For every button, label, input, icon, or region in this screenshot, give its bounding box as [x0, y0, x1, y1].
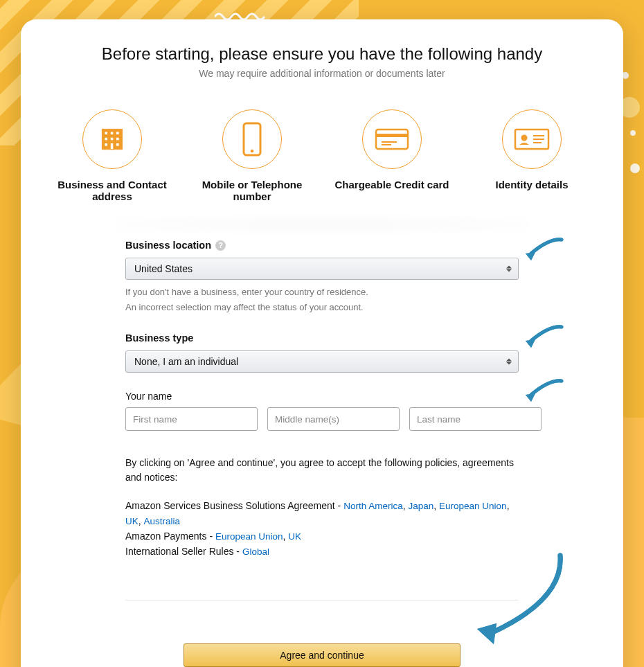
agree-continue-button[interactable]: Agree and continue [184, 643, 460, 667]
form-area: Business location ? United States If you… [125, 240, 519, 667]
svg-rect-4 [105, 137, 108, 141]
onboarding-dialog: Before starting, please ensure you have … [21, 19, 623, 667]
agreement-prefix: Amazon Payments - [125, 531, 215, 542]
svg-rect-5 [110, 137, 114, 141]
credit-card-icon [362, 109, 422, 169]
svg-rect-6 [116, 137, 120, 141]
last-name-input[interactable] [409, 407, 542, 431]
agreement-prefix: International Seller Rules - [125, 546, 242, 557]
requirement-label: Chargeable Credit card [327, 179, 457, 190]
svg-rect-8 [110, 143, 114, 150]
link-eu[interactable]: European Union [439, 501, 507, 511]
page-title: Before starting, please ensure you have … [39, 44, 605, 64]
separator-shadow [115, 215, 529, 234]
page-subtitle: We may require additional information or… [39, 68, 605, 79]
annotation-arrow-icon [521, 324, 564, 353]
svg-rect-2 [110, 132, 114, 135]
location-hint-2: An incorrect selection may affect the st… [125, 301, 519, 314]
your-name-label: Your name [125, 391, 519, 402]
svg-rect-3 [116, 132, 120, 135]
link-uk[interactable]: UK [125, 516, 138, 526]
annotation-arrow-icon [442, 551, 567, 651]
agreement-prefix: Amazon Services Business Solutions Agree… [125, 500, 343, 511]
requirement-address: Business and Contact address [47, 109, 177, 202]
svg-rect-13 [376, 134, 408, 137]
svg-rect-7 [105, 143, 108, 147]
chevron-updown-icon [506, 266, 512, 272]
svg-rect-12 [376, 130, 408, 149]
agreement-line-1: Amazon Services Business Solutions Agree… [125, 499, 519, 529]
requirement-label: Mobile or Telephone number [187, 179, 317, 202]
location-hint-1: If you don't have a business, enter your… [125, 285, 519, 299]
business-type-label: Business type [125, 332, 519, 344]
svg-rect-1 [105, 132, 108, 135]
requirement-identity: Identity details [467, 109, 597, 202]
label-text: Business type [125, 332, 193, 344]
select-value: None, I am an individual [134, 356, 238, 367]
requirements-row: Business and Contact address Mobile or T… [47, 109, 597, 202]
requirement-card: Chargeable Credit card [327, 109, 457, 202]
requirement-label: Business and Contact address [47, 179, 177, 202]
label-text: Business location [125, 240, 211, 251]
business-type-select[interactable]: None, I am an individual [125, 350, 519, 373]
business-location-select[interactable]: United States [125, 258, 519, 280]
link-payments-uk[interactable]: UK [288, 531, 301, 542]
requirement-phone: Mobile or Telephone number [187, 109, 317, 202]
link-australia[interactable]: Australia [144, 516, 181, 526]
first-name-input[interactable] [125, 407, 258, 431]
svg-point-11 [251, 150, 254, 153]
agreement-section: By clicking on 'Agree and continue', you… [125, 456, 519, 560]
id-card-icon [502, 109, 562, 169]
phone-icon [222, 109, 282, 169]
svg-point-17 [521, 135, 528, 141]
help-icon[interactable]: ? [215, 240, 226, 251]
name-row [125, 407, 519, 431]
business-location-label: Business location ? [125, 240, 519, 251]
middle-name-input[interactable] [267, 407, 400, 431]
link-global[interactable]: Global [242, 546, 269, 557]
annotation-arrow-icon [521, 237, 564, 266]
requirement-label: Identity details [467, 179, 597, 190]
agreement-intro: By clicking on 'Agree and continue', you… [125, 456, 519, 485]
chevron-updown-icon [506, 359, 512, 365]
link-payments-eu[interactable]: European Union [215, 531, 283, 542]
link-japan[interactable]: Japan [408, 501, 433, 511]
annotation-arrow-icon [521, 378, 564, 407]
link-north-america[interactable]: North America [343, 501, 403, 511]
building-icon [82, 109, 142, 169]
select-value: United States [134, 263, 193, 274]
agreement-line-2: Amazon Payments - European Union, UK [125, 529, 519, 544]
svg-rect-9 [116, 143, 120, 147]
